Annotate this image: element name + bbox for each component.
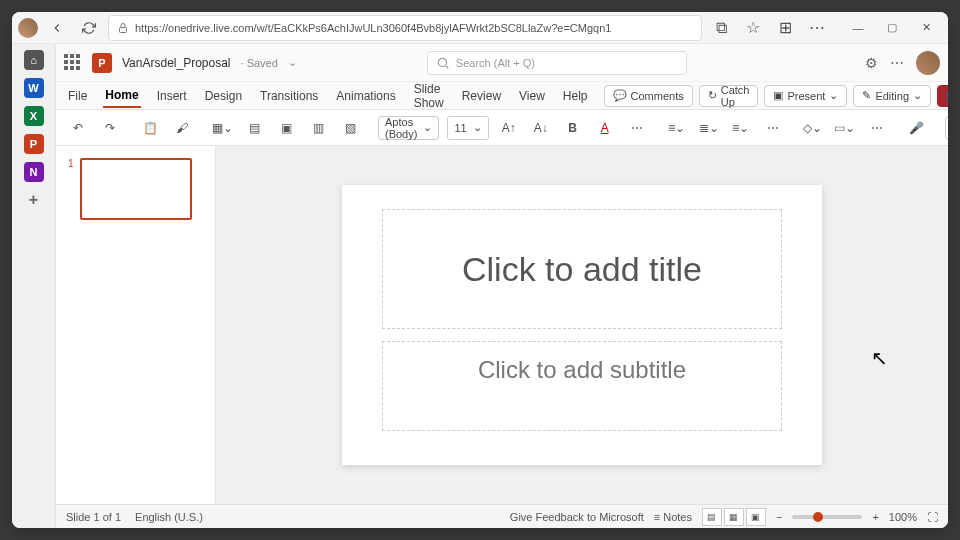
feedback-link[interactable]: Give Feedback to Microsoft xyxy=(510,511,644,523)
catchup-button[interactable]: ↻ Catch Up xyxy=(699,85,759,107)
sorter-view-button[interactable]: ▦ xyxy=(724,508,744,526)
tab-home[interactable]: Home xyxy=(103,84,140,108)
tab-insert[interactable]: Insert xyxy=(155,85,189,107)
zoom-slider[interactable] xyxy=(792,515,862,519)
language-status[interactable]: English (U.S.) xyxy=(135,511,203,523)
tab-view[interactable]: View xyxy=(517,85,547,107)
bold-button[interactable]: B xyxy=(561,116,585,140)
more-drawing-button[interactable]: ⋯ xyxy=(865,116,889,140)
tab-design[interactable]: Design xyxy=(203,85,244,107)
tab-slideshow[interactable]: Slide Show xyxy=(412,78,446,114)
editor-area: 1 Click to add title Click to add subtit… xyxy=(56,146,948,504)
status-bar: Slide 1 of 1 English (U.S.) Give Feedbac… xyxy=(56,504,948,528)
section-button[interactable]: ▥ xyxy=(306,116,330,140)
tab-file[interactable]: File xyxy=(66,85,89,107)
comments-label: Comments xyxy=(631,90,684,102)
redo-button[interactable]: ↷ xyxy=(98,116,122,140)
back-button[interactable] xyxy=(44,15,70,41)
search-placeholder: Search (Alt + Q) xyxy=(456,57,535,69)
rail-word-icon[interactable]: W xyxy=(24,78,44,98)
notes-label: Notes xyxy=(663,511,692,523)
more-font-button[interactable]: ⋯ xyxy=(625,116,649,140)
close-button[interactable]: ✕ xyxy=(910,15,942,41)
font-selector[interactable]: Aptos (Body)⌄ xyxy=(378,116,439,140)
slide-1: Click to add title Click to add subtitle xyxy=(342,185,822,465)
url-text: https://onedrive.live.com/w/t/EaCKkPs6Ac… xyxy=(135,22,611,34)
reading-view-button[interactable]: ▣ xyxy=(746,508,766,526)
left-app-rail: ⌂ W X P N + xyxy=(12,44,56,528)
bullets-button[interactable]: ≡⌄ xyxy=(665,116,689,140)
shapes-button[interactable]: ◇⌄ xyxy=(801,116,825,140)
decrease-font-button[interactable]: A↓ xyxy=(529,116,553,140)
collections-icon[interactable]: ⊞ xyxy=(772,15,798,41)
minimize-button[interactable]: — xyxy=(842,15,874,41)
share-button[interactable]: 👥 Share ⌄ xyxy=(937,85,948,107)
search-icon xyxy=(436,56,450,70)
zoom-value[interactable]: 100% xyxy=(889,511,917,523)
fit-to-window-button[interactable]: ⛶ xyxy=(927,511,938,523)
copilot-button[interactable]: ◎Copilot xyxy=(945,116,948,140)
chevron-down-icon[interactable]: ⌄ xyxy=(288,56,297,69)
normal-view-button[interactable]: ▤ xyxy=(702,508,722,526)
document-name[interactable]: VanArsdel_Proposal xyxy=(122,56,231,70)
mouse-cursor-icon: ↖ xyxy=(871,346,888,370)
ribbon-tabs: File Home Insert Design Transitions Anim… xyxy=(56,82,948,110)
subtitle-placeholder[interactable]: Click to add subtitle xyxy=(382,341,782,431)
undo-button[interactable]: ↶ xyxy=(66,116,90,140)
tab-review[interactable]: Review xyxy=(460,85,503,107)
profile-avatar-icon[interactable] xyxy=(18,18,38,38)
slide-thumbnail-1[interactable] xyxy=(80,158,192,220)
rail-powerpoint-icon[interactable]: P xyxy=(24,134,44,154)
rail-onenote-icon[interactable]: N xyxy=(24,162,44,182)
browser-window: https://onedrive.live.com/w/t/EaCKkPs6Ac… xyxy=(12,12,948,528)
layout-button[interactable]: ▤ xyxy=(242,116,266,140)
rail-home-icon[interactable]: ⌂ xyxy=(24,50,44,70)
title-row: P VanArsdel_Proposal · Saved ⌄ Search (A… xyxy=(56,44,948,82)
maximize-button[interactable]: ▢ xyxy=(876,15,908,41)
align-button[interactable]: ≡⌄ xyxy=(729,116,753,140)
read-aloud-icon[interactable]: ⧉ xyxy=(708,15,734,41)
tab-transitions[interactable]: Transitions xyxy=(258,85,320,107)
search-box[interactable]: Search (Alt + Q) xyxy=(427,51,687,75)
comments-button[interactable]: 💬 Comments xyxy=(604,85,693,107)
thumbnail-number: 1 xyxy=(68,158,74,220)
address-bar[interactable]: https://onedrive.live.com/w/t/EaCKkPs6Ac… xyxy=(108,15,702,41)
notes-button[interactable]: ≡ Notes xyxy=(654,511,692,523)
user-avatar-icon[interactable] xyxy=(916,51,940,75)
rail-excel-icon[interactable]: X xyxy=(24,106,44,126)
font-color-button[interactable]: A xyxy=(593,116,617,140)
clipboard-button[interactable]: 📋 xyxy=(138,116,162,140)
editing-button[interactable]: ✎ Editing ⌄ xyxy=(853,85,931,107)
dictate-button[interactable]: 🎤 xyxy=(905,116,929,140)
arrange-button[interactable]: ▭⌄ xyxy=(833,116,857,140)
slide-count: Slide 1 of 1 xyxy=(66,511,121,523)
format-painter-button[interactable]: 🖌 xyxy=(170,116,194,140)
browser-bar: https://onedrive.live.com/w/t/EaCKkPs6Ac… xyxy=(12,12,948,44)
zoom-knob[interactable] xyxy=(813,512,823,522)
title-placeholder[interactable]: Click to add title xyxy=(382,209,782,329)
app-launcher-icon[interactable] xyxy=(64,54,82,72)
home-toolbar: ↶ ↷ 📋 🖌 ▦⌄ ▤ ▣ ▥ ▧ Aptos (Body)⌄ 11⌄ A↑ … xyxy=(56,110,948,146)
increase-font-button[interactable]: A↑ xyxy=(497,116,521,140)
font-size-label: 11 xyxy=(454,122,466,134)
reuse-button[interactable]: ▧ xyxy=(338,116,362,140)
present-button[interactable]: ▣ Present ⌄ xyxy=(764,85,847,107)
save-state: · Saved xyxy=(241,57,278,69)
browser-more-icon[interactable]: ⋯ xyxy=(804,15,830,41)
numbering-button[interactable]: ≣⌄ xyxy=(697,116,721,140)
tab-help[interactable]: Help xyxy=(561,85,590,107)
settings-icon[interactable]: ⚙ xyxy=(865,55,878,71)
favorite-icon[interactable]: ☆ xyxy=(740,15,766,41)
tab-animations[interactable]: Animations xyxy=(334,85,397,107)
title-more-icon[interactable]: ⋯ xyxy=(890,55,904,71)
reset-button[interactable]: ▣ xyxy=(274,116,298,140)
rail-add-icon[interactable]: + xyxy=(24,190,44,210)
lock-icon xyxy=(117,21,129,35)
slide-canvas-area[interactable]: Click to add title Click to add subtitle… xyxy=(216,146,948,504)
new-slide-button[interactable]: ▦⌄ xyxy=(210,116,234,140)
refresh-button[interactable] xyxy=(76,15,102,41)
font-size-selector[interactable]: 11⌄ xyxy=(447,116,488,140)
zoom-out-button[interactable]: − xyxy=(776,511,782,523)
zoom-in-button[interactable]: + xyxy=(872,511,878,523)
more-paragraph-button[interactable]: ⋯ xyxy=(761,116,785,140)
